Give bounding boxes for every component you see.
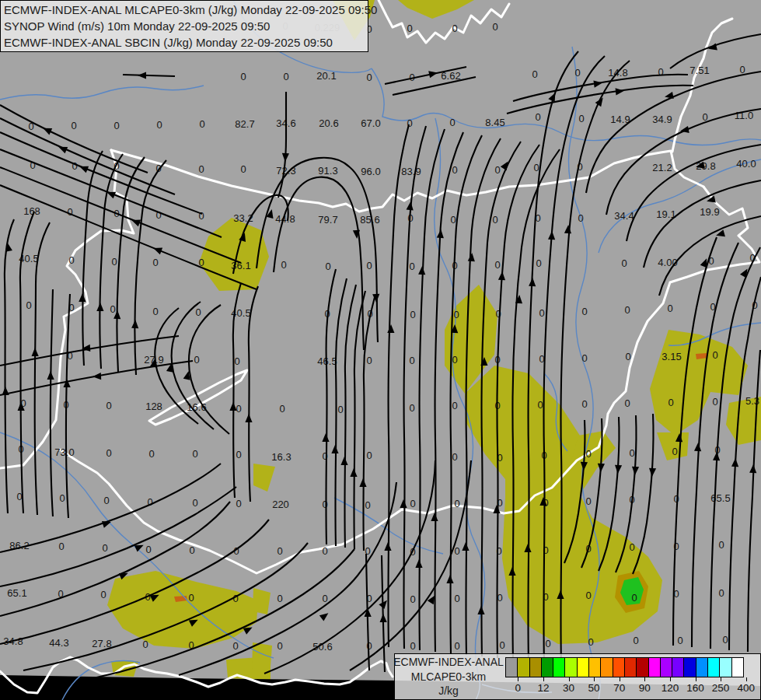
- sbcin-value-label: 19.1: [656, 208, 675, 220]
- colorbar-box: [577, 657, 589, 677]
- sbcin-zero-label: 0: [543, 591, 548, 603]
- sbcin-zero-label: 0: [283, 71, 288, 82]
- sbcin-zero-label: 0: [629, 494, 634, 506]
- sbcin-zero-label: 0: [495, 308, 501, 320]
- colorbar-tick-value: 30: [563, 682, 574, 694]
- colorbar-title-line1: ECMWF-INDEX-ANAL: [393, 656, 504, 668]
- sbcin-zero-label: 0: [712, 396, 717, 408]
- sbcin-value-label: 3.15: [662, 351, 681, 362]
- sbcin-zero-label: 0: [189, 544, 194, 556]
- sbcin-zero-label: 0: [100, 589, 106, 600]
- colorbar-box: [696, 657, 708, 677]
- colorbar-box: [600, 657, 613, 677]
- colorbar-tick-mark: [670, 677, 671, 681]
- sbcin-zero-label: 0: [494, 400, 500, 411]
- sbcin-zero-label: 0: [58, 588, 63, 600]
- sbcin-zero-label: 0: [277, 593, 282, 604]
- sbcin-value-label: 40.5: [231, 307, 250, 319]
- sbcin-zero-label: 0: [577, 161, 582, 173]
- sbcin-zero-label: 0: [277, 545, 282, 557]
- sbcin-zero-label: 0: [407, 212, 413, 224]
- title-line-mlcape: ECMWF-INDEX-ANAL MLCAPE0-3km (J/kg) Mond…: [4, 3, 365, 16]
- sbcin-zero-label: 0: [677, 635, 682, 646]
- sbcin-zero-label: 0: [113, 160, 119, 172]
- sbcin-value-label: 16.3: [271, 451, 291, 463]
- colorbar-box: [505, 657, 518, 677]
- sbcin-value-label: 20.1: [316, 70, 336, 82]
- sbcin-zero-label: 0: [156, 119, 162, 131]
- map-title-legend: ECMWF-INDEX-ANAL MLCAPE0-3km (J/kg) Mond…: [0, 0, 368, 52]
- sbcin-zero-label: 0: [322, 499, 327, 510]
- sbcin-value-label: 7.51: [689, 65, 709, 76]
- sbcin-zero-label: 0: [198, 257, 204, 268]
- colorbar-tick-labels: 01230507090120160250400: [505, 677, 759, 698]
- sbcin-zero-label: 0: [710, 301, 715, 313]
- sbcin-value-label: 36.1: [231, 260, 250, 271]
- sbcin-zero-label: 0: [629, 447, 634, 459]
- sbcin-value-label: 72.3: [276, 165, 295, 177]
- colorbar-tick-mark: [746, 677, 747, 681]
- colorbar-tick-mark: [696, 677, 696, 681]
- sbcin-value-label: 8.45: [485, 117, 504, 128]
- sbcin-zero-label: 0: [198, 163, 204, 175]
- sbcin-zero-label: 0: [537, 399, 543, 411]
- sbcin-zero-label: 0: [708, 255, 714, 267]
- sbcin-zero-label: 0: [673, 541, 679, 552]
- sbcin-value-label: 20.6: [319, 117, 338, 129]
- sbcin-zero-label: 0: [188, 639, 194, 651]
- sbcin-zero-label: 0: [236, 498, 241, 509]
- sbcin-value-label: 14.9: [610, 114, 630, 125]
- sbcin-zero-label: 0: [102, 542, 107, 554]
- sbcin-value-label: 6.62: [441, 70, 460, 82]
- colorbar-tick-value: 0: [515, 682, 522, 694]
- colorbar-box: [553, 657, 565, 677]
- sbcin-zero-label: 0: [106, 447, 111, 459]
- sbcin-zero-label: 0: [409, 72, 414, 83]
- sbcin-zero-label: 0: [452, 400, 457, 411]
- sbcin-zero-label: 0: [452, 354, 457, 366]
- sbcin-zero-label: 0: [452, 451, 457, 463]
- sbcin-value-label: 85.6: [360, 214, 379, 226]
- sbcin-value-label: 73.0: [54, 446, 74, 458]
- title-line-sbcin: ECMWF-INDEX-ANAL SBCIN (J/kg) Monday 22-…: [4, 36, 365, 49]
- sbcin-zero-label: 0: [26, 299, 31, 311]
- sbcin-value-label: 50.6: [312, 641, 332, 653]
- sbcin-value-label: 34.8: [3, 635, 23, 647]
- sbcin-zero-label: 0: [155, 209, 161, 221]
- sbcin-zero-label: 0: [281, 259, 286, 271]
- sbcin-zero-label: 0: [673, 493, 679, 505]
- sbcin-zero-label: 0: [672, 446, 677, 457]
- sbcin-zero-label: 0: [499, 639, 504, 651]
- sbcin-zero-label: 0: [409, 261, 414, 272]
- sbcin-zero-label: 0: [454, 593, 459, 604]
- sbcin-zero-label: 0: [410, 498, 415, 509]
- sbcin-zero-label: 0: [366, 593, 372, 604]
- sbcin-zero-label: 0: [702, 111, 707, 123]
- sbcin-zero-label: 0: [234, 355, 239, 367]
- sbcin-zero-label: 0: [18, 443, 23, 455]
- sbcin-zero-label: 0: [624, 304, 630, 316]
- sbcin-zero-label: 0: [543, 497, 548, 509]
- sbcin-zero-label: 0: [148, 448, 154, 460]
- sbcin-zero-label: 0: [410, 546, 415, 558]
- colorbar-tick-mark: [594, 677, 595, 681]
- sbcin-zero-label: 0: [452, 260, 457, 271]
- sbcin-value-label: 220: [272, 499, 289, 510]
- sbcin-zero-label: 0: [407, 23, 412, 34]
- sbcin-value-label: 128: [145, 401, 162, 412]
- sbcin-zero-label: 0: [494, 259, 500, 271]
- colorbar-text-block: ECMWF-INDEX-ANAL MLCAPE0-3km J/kg: [395, 654, 502, 699]
- colorbar-box: [648, 657, 661, 677]
- sbcin-value-label: 33.2: [233, 212, 253, 224]
- sbcin-zero-label: 0: [337, 404, 343, 415]
- sbcin-zero-label: 0: [535, 111, 540, 123]
- colorbar-scale: [505, 657, 743, 677]
- sbcin-zero-label: 0: [28, 121, 33, 132]
- sbcin-zero-label: 0: [67, 350, 72, 362]
- colorbar-box: [564, 657, 577, 677]
- sbcin-zero-label: 0: [366, 72, 372, 83]
- title-line-synop-wind: SYNOP Wind (m/s) 10m Monday 22-09-2025 0…: [4, 19, 365, 33]
- sbcin-zero-label: 0: [232, 640, 238, 652]
- sbcin-value-label: 67.0: [361, 117, 380, 129]
- colorbar-box: [672, 657, 684, 677]
